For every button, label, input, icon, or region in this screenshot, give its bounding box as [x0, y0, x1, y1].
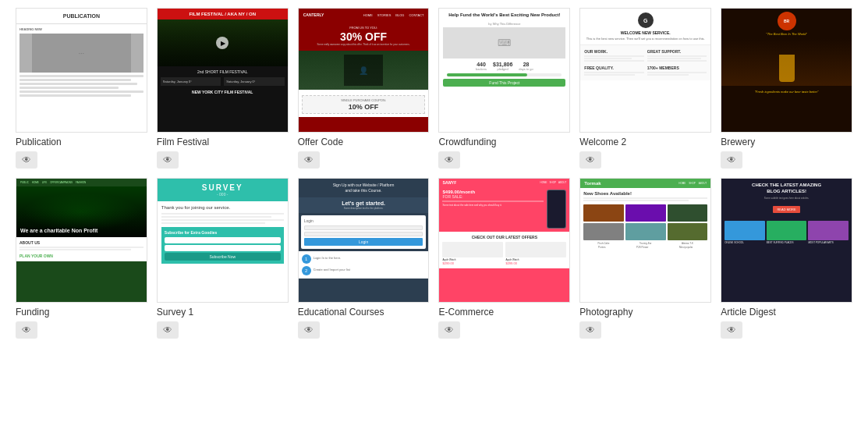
film-footer-text: NEW YORK CITY FILM FESTIVAL [161, 90, 285, 94]
film-header: FILM FESTIVAL / AKA NY / ON [158, 9, 288, 20]
survey-l3 [161, 219, 284, 221]
label-e-commerce: E-Commerce [438, 307, 494, 318]
survey-subscribe-button[interactable]: Subscribe Now [165, 253, 281, 261]
film-date-2-text: Saturday, January 0° [226, 80, 282, 83]
offer-coupon-value: 10% OFF [305, 103, 423, 111]
pub-line-5 [19, 90, 143, 93]
article-item-1-text: ONLINE SCHOOL [725, 241, 765, 244]
offer-body-section: SINGLE PURCHASE COUPON: 10% OFF [299, 90, 429, 117]
thumbnail-offer-code[interactable]: CANTERLY HOME STORIES BLOG CONTACT FROM … [298, 8, 430, 133]
edu-login-button[interactable]: Login [304, 238, 423, 246]
photo-nav-2: SHOP [689, 182, 696, 185]
thumbnail-photography[interactable]: Tormak HOME SHOP ABOUT New Shoes Availab… [579, 178, 711, 303]
thumbnail-article-digest[interactable]: CHECK THE LATEST AMAZINGBLOG ARTICLES! S… [721, 178, 852, 303]
label-funding: Funding [16, 307, 49, 318]
photo-labels-row-2: Pontes PJN Flower Most popular [583, 246, 707, 249]
ecom-product-2: Apple Watch $299.00 [505, 242, 566, 265]
brewery-logo-area: BR "The Best Beer In The World" [725, 12, 849, 36]
article-header-area: CHECK THE LATEST AMAZINGBLOG ARTICLES! S… [721, 179, 852, 218]
thumbnail-e-commerce[interactable]: SAWYF HOME SHOP ABOUT $499.00/month FOR … [438, 178, 570, 303]
eye-button-publication[interactable]: 👁 [16, 151, 37, 169]
eye-row-survey: 👁 [157, 321, 289, 339]
thumbnail-brewery[interactable]: BR "The Best Beer In The World" "Fresh i… [721, 8, 852, 133]
welcome-work-title: OUR WORK. [584, 49, 643, 54]
ecom-brand-text: SAWYF [442, 180, 456, 185]
ecom-p2-image [505, 242, 566, 257]
eye-button-survey[interactable]: 👁 [157, 321, 179, 339]
article-item-3: MOST POPULAR ARTS [808, 221, 849, 244]
film-image: ▶ [158, 20, 288, 66]
welcome-support-title: GREAT SUPPORT. [647, 49, 707, 54]
play-triangle: ▶ [221, 40, 225, 47]
brewery-image [721, 39, 852, 86]
brewery-glass [779, 55, 795, 82]
edu-step-2-num: 2 [302, 266, 311, 275]
eye-button-crowd[interactable]: 👁 [438, 151, 460, 169]
ecom-products-row: Apple Watch $299.00 Apple Watch $299.00 [442, 242, 566, 265]
card-photography: Tormak HOME SHOP ABOUT New Shoes Availab… [579, 178, 711, 339]
eye-row-crowd: 👁 [438, 151, 570, 169]
article-body-area: ONLINE SCHOOL BEST SURFING PLACES MOST P… [721, 218, 852, 302]
ecom-offers-title: CHECK OUT OUR LATEST OFFERS [442, 235, 566, 240]
thumbnail-survey-1[interactable]: SURVEY - 000 - Thank you for joining our… [157, 178, 289, 303]
label-survey-1: Survey 1 [157, 307, 193, 318]
thumbnail-funding[interactable]: PUBLIC HOME LIFE OFFER/CAMPAIGNS FASHION… [16, 178, 147, 303]
card-e-commerce: SAWYF HOME SHOP ABOUT $499.00/month FOR … [438, 178, 570, 339]
crowd-pledged-label: pledged [493, 67, 512, 71]
welcome-quality-l1 [584, 72, 643, 73]
eye-button-edu[interactable]: 👁 [298, 321, 320, 339]
welcome-quality-l2 [584, 74, 635, 76]
eye-row-funding: 👁 [16, 321, 147, 339]
edu-step-2-text: Create and Import your list [314, 266, 350, 271]
article-read-more-button[interactable]: READ MORE [773, 206, 799, 213]
eye-button-article[interactable]: 👁 [721, 321, 742, 339]
label-brewery: Brewery [721, 137, 755, 147]
crowd-fund-button[interactable]: Fund This Project [443, 79, 565, 87]
eye-button-brewery[interactable]: 👁 [721, 151, 742, 169]
thumbnail-educational-courses[interactable]: Sign Up with our Website / Platformand t… [298, 178, 430, 303]
thumbnail-publication[interactable]: PUBLICATION HEADING NEW ▪ ▪ ▪ [16, 8, 147, 133]
ecom-hero-text-area: $499.00/month FOR SALE: Some text about … [442, 190, 544, 229]
brewery-footer-text: "Fresh ingredients make our beer taste b… [725, 90, 848, 94]
offer-image: 👤 [299, 51, 429, 90]
ecom-product-1: Apple Watch $299.00 [442, 242, 503, 265]
eye-button-ecom[interactable]: 👁 [438, 321, 460, 339]
ecom-nav-item-2: SHOP [549, 181, 556, 184]
funding-nav-public: PUBLIC [20, 181, 29, 184]
welcome-header: G WELCOME NEW SERVICE. This is the best … [580, 9, 710, 45]
welcome-members-title: 1700+ MEMBERS [647, 66, 707, 70]
eye-button-welcome[interactable]: 👁 [579, 151, 601, 169]
welcome-support-l1 [647, 55, 707, 57]
eye-button-funding[interactable]: 👁 [16, 321, 37, 339]
offer-hero: FROM US TO YOU: 30% OFF Some really awes… [299, 21, 429, 51]
thumbnail-film-festival[interactable]: FILM FESTIVAL / AKA NY / ON ▶ 2nd SHORT … [157, 8, 289, 133]
crowd-days-num: 28 [519, 62, 533, 67]
survey-email-input [165, 237, 281, 243]
thumbnail-welcome-2[interactable]: G WELCOME NEW SERVICE. This is the best … [579, 8, 711, 133]
film-event-name: 2nd SHORT FILM FESTIVAL [161, 69, 285, 74]
photo-label-2: Touring-Ear [639, 242, 652, 245]
eye-button-photo[interactable]: 👁 [579, 321, 601, 339]
brewery-logo: BR [778, 12, 796, 30]
photo-grid-item-2 [625, 204, 666, 222]
welcome-members-l2 [647, 74, 689, 76]
eye-button-offer[interactable]: 👁 [298, 151, 320, 169]
welcome-support-l3 [647, 60, 707, 62]
welcome-title-text: WELCOME NEW SERVICE. [584, 30, 707, 35]
eye-row-film: 👁 [157, 151, 289, 169]
photo-grid-item-6 [668, 223, 708, 240]
thumbnail-crowdfunding[interactable]: Help Fund the World's Best Exciting New … [438, 8, 570, 133]
eye-row-publication: 👁 [16, 151, 147, 169]
offer-coupon: SINGLE PURCHASE COUPON: 10% OFF [302, 95, 426, 114]
photo-label-4: Pontes [598, 246, 605, 249]
survey-thank-text: Thank you for joining our service. [161, 205, 284, 210]
eye-row-offer: 👁 [298, 151, 430, 169]
film-body: 2nd SHORT FILM FESTIVAL Saturday, Januar… [158, 66, 288, 132]
card-welcome-2: G WELCOME NEW SERVICE. This is the best … [579, 8, 711, 169]
welcome-work-l3 [584, 60, 643, 62]
funding-nav-offer: OFFER/CAMPAIGNS [50, 181, 73, 184]
welcome-logo: G [638, 12, 654, 28]
eye-button-film[interactable]: 👁 [157, 151, 179, 169]
edu-username-input [304, 225, 423, 230]
label-welcome-2: Welcome 2 [579, 137, 626, 147]
